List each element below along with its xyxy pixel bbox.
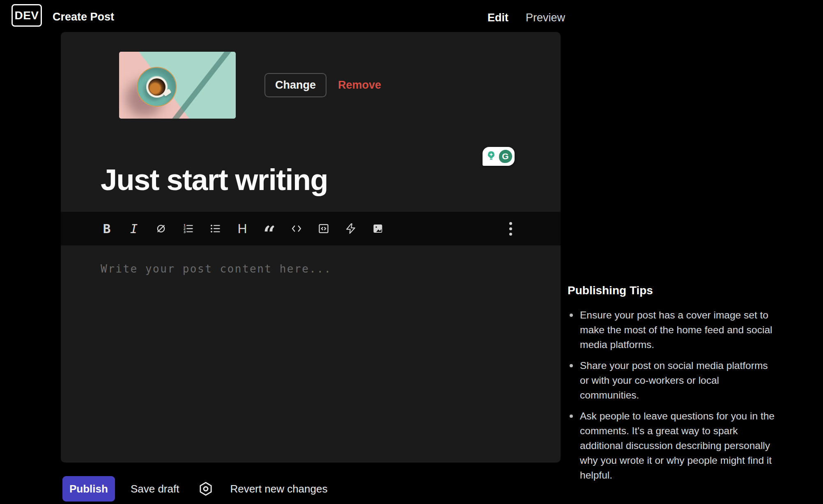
embed-lightning-icon[interactable] bbox=[342, 218, 360, 240]
save-draft-button[interactable]: Save draft bbox=[131, 483, 179, 495]
cover-coffee bbox=[148, 78, 166, 96]
svg-text:3: 3 bbox=[184, 230, 186, 234]
unordered-list-icon[interactable] bbox=[206, 218, 224, 240]
post-title-input[interactable]: Just start writing bbox=[101, 164, 328, 195]
change-cover-button[interactable]: Change bbox=[264, 73, 326, 97]
editor-actions: Publish Save draft Revert new changes bbox=[62, 476, 327, 502]
publishing-tips-list: Ensure your post has a cover image set t… bbox=[568, 308, 778, 483]
italic-icon[interactable]: I bbox=[125, 218, 143, 240]
grammarly-suggestion-icon bbox=[485, 150, 497, 163]
image-icon[interactable] bbox=[369, 218, 387, 240]
create-post-page: DEV Create Post Edit Preview Change Remo… bbox=[0, 0, 823, 504]
tab-preview[interactable]: Preview bbox=[525, 10, 566, 26]
cover-row: Change Remove bbox=[119, 52, 381, 119]
publishing-tips-title: Publishing Tips bbox=[568, 284, 778, 297]
remove-cover-button[interactable]: Remove bbox=[338, 79, 381, 92]
revert-changes-button[interactable]: Revert new changes bbox=[230, 483, 327, 495]
heading-icon[interactable]: H bbox=[233, 218, 251, 240]
inline-code-icon[interactable] bbox=[287, 218, 306, 240]
overflow-menu-icon[interactable] bbox=[501, 218, 520, 240]
tab-edit[interactable]: Edit bbox=[487, 10, 509, 26]
grammarly-widget[interactable]: G bbox=[483, 147, 515, 166]
quote-icon[interactable]: “ bbox=[260, 218, 278, 240]
dev-logo[interactable]: DEV bbox=[11, 4, 42, 27]
tip-item: Ask people to leave questions for you in… bbox=[568, 409, 778, 483]
formatting-toolbar: B I 1 2 3 bbox=[61, 212, 561, 245]
tip-item: Ensure your post has a cover image set t… bbox=[568, 308, 778, 352]
post-body-input[interactable]: Write your post content here... bbox=[101, 263, 332, 275]
ordered-list-icon[interactable]: 1 2 3 bbox=[179, 218, 197, 240]
view-tabs: Edit Preview bbox=[487, 10, 566, 26]
publish-button[interactable]: Publish bbox=[62, 476, 115, 502]
tip-item: Share your post on social media platform… bbox=[568, 358, 778, 403]
publishing-tips: Publishing Tips Ensure your post has a c… bbox=[568, 284, 778, 489]
post-options-icon[interactable] bbox=[198, 481, 214, 497]
page-title: Create Post bbox=[53, 11, 114, 23]
dev-logo-text: DEV bbox=[14, 9, 39, 22]
editor-card: Change Remove Just start writing G Add u… bbox=[61, 32, 561, 463]
grammarly-g-icon: G bbox=[499, 150, 512, 163]
link-icon[interactable] bbox=[152, 218, 170, 240]
cover-image bbox=[119, 52, 236, 119]
code-block-icon[interactable] bbox=[315, 218, 333, 240]
bold-icon[interactable]: B bbox=[98, 218, 116, 240]
